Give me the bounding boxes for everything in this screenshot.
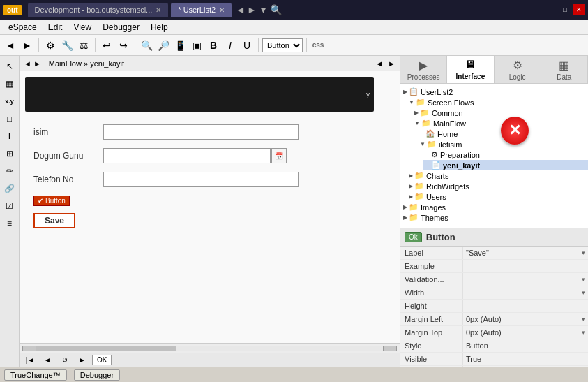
- menu-debugger[interactable]: Debugger: [97, 21, 145, 34]
- prop-row-margin-left[interactable]: Margin Left 0px (Auto) ▾: [400, 313, 588, 326]
- prop-val-width[interactable]: ▾: [463, 286, 588, 299]
- placeholder-icon[interactable]: □: [2, 111, 17, 126]
- prop-row-visible[interactable]: Visible True: [400, 353, 588, 366]
- publish-button[interactable]: 🔧: [59, 38, 75, 53]
- tab-processes[interactable]: ▶ Processes: [400, 56, 447, 83]
- truechange-button[interactable]: TrueChange™: [4, 369, 67, 381]
- tree-yeni-kayit[interactable]: ▶ 📄 yeni_kayit: [423, 160, 588, 170]
- underline-button[interactable]: U: [239, 38, 255, 53]
- prop-row-enabled[interactable]: Enabled True: [400, 366, 588, 367]
- zoom-button[interactable]: 🔍: [139, 38, 154, 53]
- horizontal-scrollbar[interactable]: [20, 343, 400, 353]
- back-button[interactable]: ◄: [3, 38, 18, 53]
- input-telefon[interactable]: [103, 172, 299, 187]
- props-scroll[interactable]: Label "Save" ▾ Example Validation...: [400, 247, 588, 367]
- tree-screen-flows[interactable]: ▼ 📁 Screen Flows: [406, 97, 588, 108]
- css-button[interactable]: css: [310, 38, 326, 53]
- forward-button[interactable]: ►: [20, 38, 35, 53]
- tree-preparation[interactable]: ▶ ⚙ Preparation: [423, 149, 588, 160]
- menu-help[interactable]: Help: [145, 21, 174, 34]
- prop-val-style[interactable]: Button: [463, 339, 588, 352]
- calendar-icon[interactable]: 📅: [271, 148, 287, 163]
- pencil-icon[interactable]: ✏: [2, 163, 17, 179]
- text-icon[interactable]: T: [2, 128, 17, 144]
- error-close-button[interactable]: ✕: [501, 117, 529, 145]
- menu-view[interactable]: View: [68, 21, 97, 34]
- italic-button[interactable]: I: [223, 38, 238, 53]
- scroll-right-btn[interactable]: [383, 346, 397, 351]
- menu-edit[interactable]: Edit: [43, 21, 68, 34]
- prop-val-validation[interactable]: ▾: [463, 273, 588, 286]
- list-icon[interactable]: ≡: [2, 216, 17, 231]
- prop-row-margin-top[interactable]: Margin Top 0px (Auto) ▾: [400, 326, 588, 339]
- breadcrumb-arrows[interactable]: ◄ ►: [24, 59, 41, 68]
- link-icon[interactable]: 🔗: [2, 181, 17, 196]
- refresh-btn[interactable]: ↺: [57, 353, 73, 368]
- tree-mainflow[interactable]: ▼ 📁 MainFlow: [412, 118, 588, 128]
- tree-richwidgets[interactable]: ▶ 📁 RichWidgets: [406, 181, 588, 191]
- scrollbar-track[interactable]: [36, 346, 383, 351]
- debugger-status-button[interactable]: Debugger: [74, 369, 120, 381]
- compare-button[interactable]: ⚖: [76, 38, 91, 53]
- tab-dev-close[interactable]: ✕: [156, 6, 161, 14]
- tree-root[interactable]: ▶ 📋 UserList2: [400, 87, 588, 97]
- prop-val-visible[interactable]: True: [463, 353, 588, 365]
- breadcrumb-nav-left[interactable]: ◄: [375, 59, 383, 68]
- tab-scroll-left[interactable]: ◄: [236, 4, 246, 15]
- prop-row-example[interactable]: Example: [400, 260, 588, 273]
- ok-bottom-btn[interactable]: OK: [92, 355, 112, 365]
- prop-row-validation[interactable]: Validation... ▾: [400, 273, 588, 286]
- zoom-in-button[interactable]: 🔎: [156, 38, 171, 53]
- input-isim[interactable]: [103, 124, 299, 140]
- prop-val-example[interactable]: [463, 260, 588, 272]
- tree-themes[interactable]: ▶ 📁 Themes: [400, 212, 588, 223]
- prop-val-enabled[interactable]: True: [463, 366, 588, 367]
- prop-row-height[interactable]: Height: [400, 300, 588, 313]
- tab-userlist2[interactable]: * UserList2 ✕: [171, 3, 232, 17]
- close-button[interactable]: ✕: [573, 4, 585, 15]
- element-type-select[interactable]: Button Input Label: [262, 38, 303, 52]
- nav-next-btn[interactable]: ►: [75, 353, 90, 368]
- cursor-icon[interactable]: ↖: [2, 59, 17, 74]
- tree-charts[interactable]: ▶ 📁 Charts: [406, 170, 588, 181]
- prop-val-label[interactable]: "Save" ▾: [463, 247, 588, 259]
- tab-userlist2-close[interactable]: ✕: [219, 6, 225, 14]
- tree-images[interactable]: ▶ 📁 Images: [400, 202, 588, 212]
- undo-button[interactable]: ↩: [99, 38, 114, 53]
- prop-row-width[interactable]: Width ▾: [400, 286, 588, 300]
- scrollbar-thumb[interactable]: [36, 346, 176, 351]
- prop-val-margin-left[interactable]: 0px (Auto) ▾: [463, 313, 588, 325]
- scroll-left-btn[interactable]: [22, 346, 36, 351]
- bold-button[interactable]: B: [206, 38, 221, 53]
- prop-row-style[interactable]: Style Button: [400, 339, 588, 353]
- tab-dropdown[interactable]: ▾: [261, 4, 266, 15]
- menu-espace[interactable]: eSpace: [3, 21, 43, 34]
- redo-button[interactable]: ↪: [116, 38, 131, 53]
- prop-val-height[interactable]: [463, 300, 588, 312]
- prop-val-margin-top[interactable]: 0px (Auto) ▾: [463, 326, 588, 339]
- mobile-button[interactable]: 📱: [172, 38, 188, 53]
- check-icon[interactable]: ☑: [2, 198, 17, 214]
- tab-interface[interactable]: 🖥 Interface: [447, 56, 494, 83]
- minimize-button[interactable]: ─: [545, 4, 557, 15]
- prop-row-label[interactable]: Label "Save" ▾: [400, 247, 588, 260]
- nav-prev-btn[interactable]: ◄: [40, 353, 55, 368]
- widget-icon[interactable]: ⊞: [2, 146, 17, 161]
- tab-development[interactable]: Development - boa.outsystemscl... ✕: [28, 3, 169, 17]
- layout-button[interactable]: ▣: [189, 38, 204, 53]
- input-dogum[interactable]: [103, 148, 271, 163]
- tab-data[interactable]: ▦ Data: [541, 56, 588, 83]
- nav-start-btn[interactable]: |◄: [22, 353, 38, 368]
- button-selected-indicator[interactable]: ✔ Button: [33, 196, 70, 206]
- tab-logic[interactable]: ⚙ Logic: [495, 56, 541, 83]
- tab-search[interactable]: 🔍: [270, 4, 282, 15]
- save-button[interactable]: Save: [33, 213, 75, 228]
- maximize-button[interactable]: □: [559, 4, 571, 15]
- tab-scroll-right[interactable]: ►: [247, 4, 257, 15]
- xy-icon[interactable]: x.y: [2, 94, 17, 109]
- ok-button[interactable]: Ok: [405, 232, 422, 242]
- settings-button[interactable]: ⚙: [43, 38, 58, 53]
- breadcrumb-nav-right[interactable]: ►: [388, 59, 395, 68]
- tree-common[interactable]: ▶ 📁 Common: [412, 108, 588, 118]
- tree-users[interactable]: ▶ 📁 Users: [406, 191, 588, 202]
